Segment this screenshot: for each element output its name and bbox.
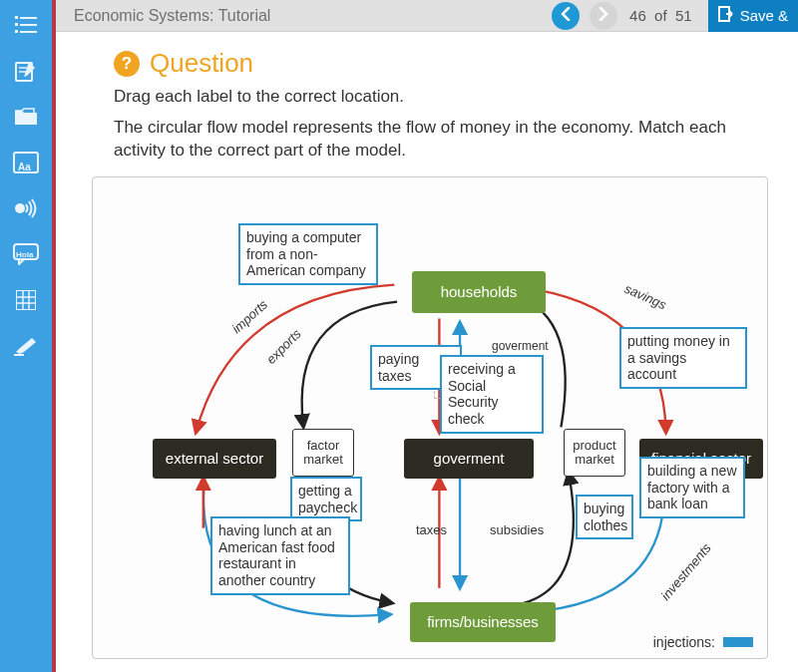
save-button[interactable]: Save &: [708, 0, 798, 32]
page-title: Economic Systems: Tutorial: [74, 7, 270, 25]
node-label: households: [441, 283, 518, 300]
folder-icon: [14, 108, 38, 131]
node-external: external sector: [153, 439, 276, 479]
label-taxes: taxes: [416, 522, 447, 537]
card-label: putting money in a savings account: [627, 333, 730, 383]
grid-icon: [16, 290, 36, 315]
svg-rect-4: [15, 23, 18, 26]
label-exports: exports: [263, 326, 304, 367]
svg-rect-5: [15, 30, 18, 33]
chevron-left-icon: [561, 7, 571, 25]
sidebar-item-audio[interactable]: [6, 192, 46, 228]
card-social-security[interactable]: receiving a Social Security check: [440, 355, 544, 434]
node-label: factor market: [295, 439, 351, 468]
legend-swatch-blue: [723, 637, 753, 647]
page-total: 51: [675, 7, 692, 24]
label-gov-small: goverment: [492, 339, 549, 353]
card-label: receiving a Social Security check: [448, 361, 516, 427]
label-subsidies: subsidies: [490, 522, 544, 537]
prev-button[interactable]: [552, 2, 580, 30]
instruction-text: Drag each label to the correct location.: [114, 87, 768, 107]
sidebar-item-translate[interactable]: Hola: [6, 238, 46, 274]
node-households: households: [412, 271, 546, 313]
card-label: having lunch at an American fast food re…: [218, 522, 335, 588]
diagram-frame: households goverment firms/businesses ex…: [92, 176, 768, 659]
chevron-right-icon: [598, 7, 608, 25]
save-label: Save &: [740, 7, 788, 24]
label-investments: investments: [658, 540, 714, 603]
card-paycheck[interactable]: getting a paycheck: [290, 477, 362, 522]
legend-label: injections:: [653, 634, 715, 650]
card-label: building a new factory with a bank loan: [647, 463, 737, 512]
question-title: Question: [150, 48, 253, 79]
card-label: buying clothes: [584, 501, 627, 533]
card-label: getting a paycheck: [298, 483, 357, 515]
svg-rect-12: [16, 290, 36, 310]
label-imports: imports: [228, 297, 270, 337]
node-label: external sector: [166, 450, 263, 467]
node-goverment: goverment: [404, 439, 534, 479]
marker-icon: [14, 336, 38, 361]
dictionary-badge: Aa: [16, 163, 33, 172]
node-label: goverment: [434, 450, 505, 467]
export-icon: [718, 6, 734, 25]
card-lunch-abroad[interactable]: having lunch at an American fast food re…: [210, 516, 350, 595]
sidebar-item-dictionary[interactable]: Aa: [6, 147, 46, 182]
card-label: buying a computer from a non-American co…: [246, 229, 366, 279]
card-buying-clothes[interactable]: buying clothes: [576, 495, 633, 540]
page-of: of: [654, 7, 667, 24]
left-sidebar: Aa Hola: [0, 0, 52, 672]
node-product-market: product market: [564, 429, 625, 477]
sidebar-item-folder[interactable]: [6, 101, 46, 137]
next-button[interactable]: [590, 2, 617, 30]
audio-icon: [14, 198, 38, 223]
svg-point-10: [15, 203, 25, 213]
label-savings: savings: [622, 281, 668, 313]
question-header: ? Question: [114, 48, 768, 79]
node-firms: firms/businesses: [410, 602, 556, 642]
node-label: product market: [567, 439, 622, 468]
node-factor-market: factor market: [292, 429, 354, 477]
node-label: firms/businesses: [427, 613, 539, 630]
card-savings-account[interactable]: putting money in a savings account: [619, 327, 747, 389]
breadcrumb: Economic Systems: Tutorial: [56, 7, 270, 25]
card-bank-loan[interactable]: building a new factory with a bank loan: [639, 457, 745, 518]
svg-rect-3: [15, 16, 18, 19]
body-text: The circular flow model represents the f…: [114, 117, 768, 163]
card-label: paying taxes: [378, 351, 419, 384]
sidebar-item-calculator[interactable]: [6, 284, 46, 320]
topbar: Economic Systems: Tutorial 46 of 51 Save…: [56, 0, 798, 32]
question-icon: ?: [114, 51, 140, 77]
sidebar-item-menu[interactable]: [6, 9, 46, 45]
page-current: 46: [629, 7, 646, 24]
content: ? Question Drag each label to the correc…: [56, 32, 798, 672]
card-computer-import[interactable]: buying a computer from a non-American co…: [238, 223, 378, 285]
sidebar-item-compose[interactable]: [6, 55, 46, 91]
translate-badge: Hola: [14, 250, 35, 260]
list-icon: [15, 16, 37, 39]
compose-icon: [15, 60, 37, 87]
legend-injections: injections:: [653, 634, 753, 650]
question-mark: ?: [122, 54, 132, 74]
sidebar-item-highlight[interactable]: [6, 330, 46, 366]
pager: 46 of 51: [627, 7, 698, 24]
